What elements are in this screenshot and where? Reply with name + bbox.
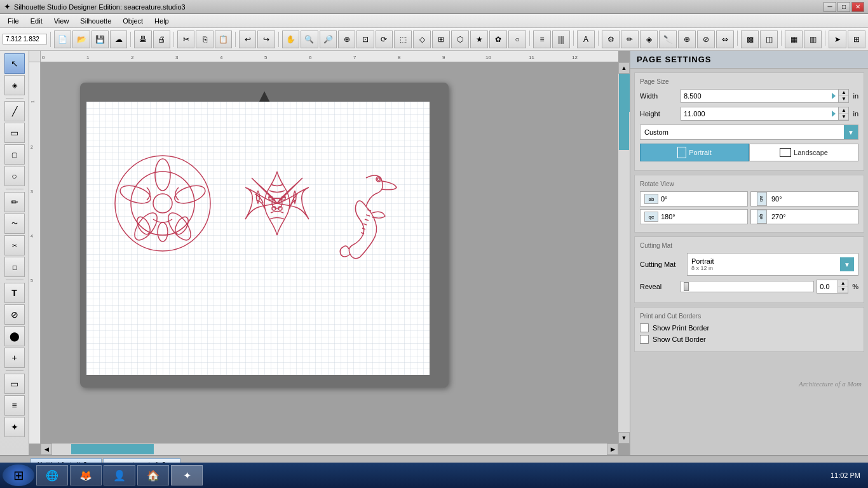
height-spin-down[interactable]: ▼ (839, 114, 848, 120)
minimize-button[interactable]: ─ (824, 2, 836, 12)
tool-rect[interactable]: ▭ (4, 123, 25, 143)
menu-help[interactable]: Help (149, 15, 174, 27)
copy-button[interactable]: ⎘ (196, 30, 213, 48)
weld-button[interactable]: ⊕ (678, 30, 696, 48)
tool-rounded-rect[interactable]: ▢ (4, 144, 25, 165)
expand-button[interactable]: ⇔ (716, 30, 734, 48)
tools2-button[interactable]: ⚙ (602, 30, 620, 48)
panel-b-button[interactable]: ▥ (804, 30, 822, 48)
pan-button[interactable]: ✋ (282, 30, 299, 48)
tool-panel1[interactable]: ▭ (4, 374, 25, 394)
width-spin-down[interactable]: ▼ (839, 96, 848, 102)
menu-object[interactable]: Object (118, 15, 148, 27)
close-button[interactable]: ✕ (851, 2, 864, 12)
reveal-thumb[interactable] (684, 282, 689, 291)
panel-a-button[interactable]: ▦ (785, 30, 803, 48)
cutting-mat-dropdown-button[interactable]: ▼ (840, 257, 854, 271)
rotate-180-button[interactable]: qe 180° (640, 209, 748, 224)
reveal-spin-up[interactable]: ▲ (838, 280, 848, 287)
vlines-button[interactable]: ||| (552, 30, 570, 48)
scroll-vertical-track[interactable] (618, 74, 630, 432)
landscape-button[interactable]: Landscape (749, 144, 858, 161)
tool-brush[interactable]: 〜 (4, 214, 25, 234)
print2-button[interactable]: 🖨 (153, 30, 170, 48)
preset-dropdown[interactable]: Custom ▼ (640, 125, 858, 140)
preset-dropdown-button[interactable]: ▼ (844, 125, 858, 139)
cut-button[interactable]: ✂ (177, 30, 194, 48)
scroll-up-button[interactable]: ▲ (618, 62, 630, 74)
hlines-button[interactable]: ≡ (533, 30, 551, 48)
undo-button[interactable]: ↩ (239, 30, 256, 48)
tool-fill[interactable]: ⬤ (4, 326, 25, 346)
zoom-in-button[interactable]: 🔍 (301, 30, 318, 48)
lasso-button[interactable]: ⟳ (376, 30, 393, 48)
draw-button[interactable]: ✏ (621, 30, 639, 48)
send-button[interactable]: ➤ (829, 30, 846, 48)
select-all-button[interactable]: ⊡ (356, 30, 374, 48)
taskbar-files[interactable]: 🏠 (137, 465, 169, 485)
menu-file[interactable]: File (3, 15, 24, 27)
new-button[interactable]: 📄 (54, 30, 71, 48)
scroll-down-button[interactable]: ▼ (618, 432, 630, 444)
grid-button[interactable]: ⊞ (432, 30, 450, 48)
text2-button[interactable]: A (577, 30, 595, 48)
reveal-spinner[interactable]: ▲ ▼ (837, 280, 848, 293)
tool-knife[interactable]: ✂ (4, 235, 25, 255)
menu-edit[interactable]: Edit (25, 15, 48, 27)
taskbar-chrome[interactable]: 🌐 (36, 465, 68, 485)
rotate-0-button[interactable]: ab 0° (640, 191, 748, 207)
shape-button[interactable]: ◇ (413, 30, 431, 48)
tool-select[interactable]: ↖ (4, 53, 25, 74)
tool-text[interactable]: T (4, 283, 25, 303)
start-button[interactable]: ⊞ (3, 464, 34, 486)
save-button[interactable]: 💾 (92, 30, 109, 48)
tool-panel3[interactable]: ✦ (4, 417, 25, 437)
extra-button[interactable]: ⊞ (848, 30, 865, 48)
scroll-right-button[interactable]: ▶ (607, 444, 618, 455)
tool-pencil[interactable]: ✏ (4, 192, 25, 212)
circle2-button[interactable]: ○ (508, 30, 526, 48)
taskbar-firefox[interactable]: 🦊 (70, 465, 102, 485)
width-spinner[interactable]: ▲ ▼ (838, 90, 848, 102)
scroll-horizontal-track[interactable] (52, 444, 607, 455)
paste-button[interactable]: 📋 (215, 30, 232, 48)
portrait-button[interactable]: Portrait (640, 144, 749, 161)
cloud-button[interactable]: ☁ (110, 30, 127, 48)
rotate-270-button[interactable]: qe 270° (750, 209, 858, 224)
tool-zoom[interactable]: + (4, 348, 25, 368)
scroll-horizontal-thumb[interactable] (71, 444, 154, 454)
tool-eraser[interactable]: ◻ (4, 257, 25, 277)
white-canvas[interactable] (86, 102, 430, 375)
effects-button[interactable]: ◫ (760, 30, 778, 48)
rotate-90-button[interactable]: ab 90° (750, 191, 858, 207)
print-button[interactable]: 🖶 (134, 30, 151, 48)
reveal-spin-down[interactable]: ▼ (838, 287, 848, 293)
menu-view[interactable]: View (49, 15, 74, 27)
tool-ellipse[interactable]: ○ (4, 166, 25, 186)
width-spin-up[interactable]: ▲ (839, 90, 848, 96)
eraser2-button[interactable]: ⊘ (697, 30, 715, 48)
maximize-button[interactable]: □ (837, 2, 850, 12)
open-button[interactable]: 📂 (72, 30, 90, 48)
align-button[interactable]: ⬚ (394, 30, 412, 48)
cutting-mat-dropdown[interactable]: Portrait 8 x 12 in ▼ (687, 253, 858, 276)
polygon-button[interactable]: ⬡ (451, 30, 469, 48)
taskbar-silhouette[interactable]: ✦ (171, 465, 203, 485)
zoom-out-button[interactable]: 🔎 (320, 30, 337, 48)
zoom-fit-button[interactable]: ⊕ (338, 30, 355, 48)
taskbar-user[interactable]: 👤 (104, 465, 135, 485)
knife-button[interactable]: 🔪 (659, 30, 677, 48)
tool-eyedropper[interactable]: ⊘ (4, 304, 25, 325)
tool-node[interactable]: ◈ (4, 75, 25, 95)
flower-button[interactable]: ✿ (489, 30, 507, 48)
layers-button[interactable]: ▩ (741, 30, 759, 48)
height-spinner[interactable]: ▲ ▼ (838, 107, 848, 120)
show-cut-border-checkbox[interactable] (640, 335, 649, 344)
tool-line[interactable]: ╱ (4, 101, 25, 121)
stamp-button[interactable]: ◈ (640, 30, 658, 48)
scroll-left-button[interactable]: ◀ (41, 444, 52, 455)
tool-panel2[interactable]: ≡ (4, 395, 25, 416)
show-print-border-checkbox[interactable] (640, 323, 649, 332)
reveal-track[interactable] (681, 281, 814, 292)
height-spin-up[interactable]: ▲ (839, 107, 848, 114)
